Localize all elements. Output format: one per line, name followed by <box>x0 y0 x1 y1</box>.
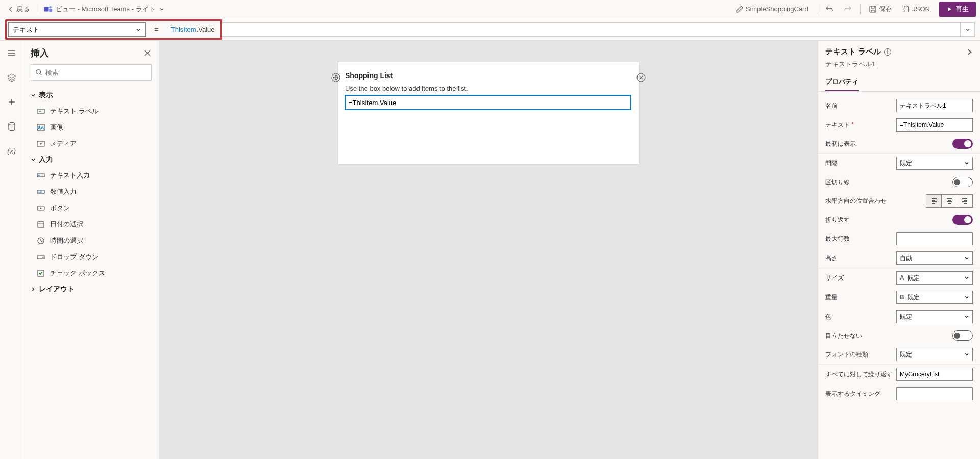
variables-rail-button[interactable]: (x) <box>4 143 20 159</box>
chevron-down-icon <box>964 295 969 300</box>
undo-button[interactable] <box>821 3 838 15</box>
align-right-icon <box>961 197 968 205</box>
align-right-button[interactable] <box>957 195 972 207</box>
left-rail: (x) <box>0 41 23 459</box>
svg-point-4 <box>36 70 41 74</box>
search-input[interactable] <box>31 64 152 81</box>
move-icon <box>331 73 340 82</box>
play-icon <box>946 6 952 12</box>
prop-wrap-toggle[interactable] <box>952 215 973 225</box>
prop-halign-label: 水平方向の位置合わせ <box>825 197 887 206</box>
prop-showwhen-label: 表示するタイミング <box>825 390 880 398</box>
prop-spacing-dropdown[interactable]: 既定 <box>896 157 973 170</box>
prop-weight-dropdown[interactable]: B既定 <box>896 291 973 304</box>
item-media[interactable]: メディア <box>31 136 152 152</box>
separator <box>38 4 38 14</box>
data-rail-button[interactable] <box>4 118 20 135</box>
button-icon <box>37 204 45 212</box>
prop-name-input[interactable] <box>896 99 973 112</box>
item-checkbox[interactable]: チェック ボックス <box>31 265 152 282</box>
svg-point-7 <box>39 126 40 128</box>
prop-height-label: 高さ <box>825 254 838 263</box>
props-title: テキスト ラベル <box>825 47 881 57</box>
chevron-down-icon <box>31 157 36 162</box>
canvas[interactable]: Shopping List Use the box below to add i… <box>159 41 818 459</box>
chevron-right-icon[interactable] <box>966 48 973 56</box>
prop-divider-toggle[interactable] <box>952 177 973 187</box>
redo-button <box>840 3 856 15</box>
view-title: ビュー - Microsoft Teams - ライト <box>56 5 156 14</box>
formula-text[interactable]: ThisItem.Value <box>167 23 219 35</box>
back-button[interactable]: 戻る <box>4 3 33 16</box>
selected-text-label[interactable] <box>345 95 631 110</box>
prop-maxlines-input[interactable] <box>896 232 973 245</box>
number-input-icon: 123 <box>37 188 45 196</box>
move-handle[interactable] <box>331 72 341 83</box>
media-icon <box>37 140 45 148</box>
prop-wrap-label: 折り返す <box>825 216 850 224</box>
prop-text-input[interactable] <box>896 118 973 132</box>
chevron-right-icon <box>31 287 36 292</box>
item-date-picker[interactable]: 日付の選択 <box>31 216 152 233</box>
chevron-down-icon <box>964 352 969 357</box>
prop-color-label: 色 <box>825 313 831 321</box>
text-input-icon <box>37 171 45 180</box>
svg-rect-6 <box>37 124 44 131</box>
item-number-input[interactable]: 123数値入力 <box>31 184 152 200</box>
prop-divider-label: 区切り線 <box>825 178 850 187</box>
prop-font-dropdown[interactable]: 既定 <box>896 348 973 361</box>
adaptive-card[interactable]: Shopping List Use the box below to add i… <box>338 62 639 164</box>
item-button[interactable]: ボタン <box>31 200 152 216</box>
solution-name[interactable]: SimpleShoppingCard <box>731 3 813 15</box>
save-icon <box>869 5 877 13</box>
align-left-button[interactable] <box>926 195 942 207</box>
separator <box>860 4 861 14</box>
search-icon <box>35 69 42 76</box>
search-field[interactable] <box>45 69 147 76</box>
prop-repeat-input[interactable] <box>896 368 973 381</box>
insert-rail-button[interactable] <box>4 94 20 110</box>
prop-subtle-label: 目立たせない <box>825 332 862 340</box>
save-button[interactable]: 保存 <box>865 3 896 16</box>
label-icon <box>37 107 45 115</box>
hamburger-button[interactable] <box>4 45 20 61</box>
delete-handle[interactable] <box>636 72 646 83</box>
tab-properties[interactable]: プロパティ <box>825 73 859 91</box>
instance-name: テキストラベル1 <box>818 60 980 73</box>
close-icon[interactable] <box>143 49 152 57</box>
formula-expand-button[interactable] <box>961 22 975 37</box>
prop-subtle-toggle[interactable] <box>952 330 973 341</box>
prop-showwhen-input[interactable] <box>896 387 973 400</box>
svg-point-1 <box>49 6 52 9</box>
item-text-input[interactable]: テキスト入力 <box>31 167 152 184</box>
item-image[interactable]: 画像 <box>31 119 152 136</box>
align-center-button[interactable] <box>942 195 957 207</box>
prop-name-label: 名前 <box>825 101 838 110</box>
item-time-picker[interactable]: 時間の選択 <box>31 233 152 249</box>
chevron-down-icon <box>964 161 969 166</box>
hamburger-icon <box>7 48 16 58</box>
formula-input-rest[interactable] <box>222 22 961 37</box>
formula-bar: テキスト = ThisItem.Value <box>0 18 980 41</box>
card-subtitle: Use the box below to add items to the li… <box>345 85 632 92</box>
category-layout[interactable]: レイアウト <box>31 282 152 297</box>
play-button[interactable]: 再生 <box>939 2 976 17</box>
prop-size-dropdown[interactable]: A既定 <box>896 271 973 285</box>
category-input[interactable]: 入力 <box>31 152 152 167</box>
prop-color-dropdown[interactable]: 既定 <box>896 310 973 323</box>
property-dropdown[interactable]: テキスト <box>8 22 146 37</box>
item-dropdown[interactable]: ドロップ ダウン <box>31 249 152 265</box>
view-switcher[interactable]: ビュー - Microsoft Teams - ライト <box>43 5 165 14</box>
json-button[interactable]: {} JSON <box>898 3 934 15</box>
info-icon[interactable]: i <box>884 48 891 56</box>
teams-icon <box>43 5 53 14</box>
redo-icon <box>844 5 852 13</box>
separator <box>817 4 817 14</box>
equals-sign: = <box>151 25 162 34</box>
prop-repeat-label: すべてに対して繰り返す <box>825 370 893 379</box>
prop-visibleinit-toggle[interactable] <box>952 139 973 149</box>
prop-height-dropdown[interactable]: 自動 <box>896 251 973 265</box>
tree-view-button[interactable] <box>4 69 20 86</box>
category-display[interactable]: 表示 <box>31 88 152 103</box>
item-text-label[interactable]: テキスト ラベル <box>31 103 152 119</box>
